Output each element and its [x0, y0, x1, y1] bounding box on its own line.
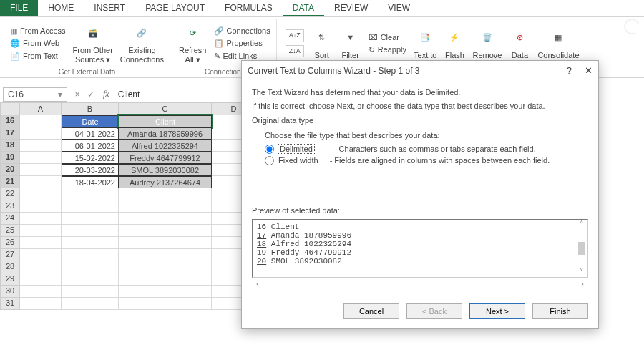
sort-az-button[interactable]: A↓Z: [286, 29, 304, 42]
cell[interactable]: [20, 237, 62, 249]
next-button[interactable]: Next >: [469, 303, 525, 319]
from-web-button[interactable]: 🌐From Web: [10, 37, 66, 49]
cell[interactable]: [62, 213, 119, 225]
cancel-button[interactable]: Cancel: [343, 303, 399, 319]
filter-button[interactable]: ▼Filter: [340, 27, 361, 60]
scroll-right-icon[interactable]: ›: [581, 279, 584, 288]
cell[interactable]: 06-01-2022: [62, 140, 119, 152]
cell[interactable]: [119, 200, 212, 213]
fixed-width-radio[interactable]: [265, 156, 274, 165]
cell[interactable]: [20, 298, 62, 310]
cell[interactable]: [62, 298, 119, 310]
finish-button[interactable]: Finish: [532, 303, 588, 319]
cell[interactable]: Amanda 1878959996: [119, 127, 212, 140]
cell[interactable]: [62, 237, 119, 249]
fx-icon[interactable]: fx: [103, 89, 109, 99]
cell[interactable]: [62, 188, 119, 200]
remove-button[interactable]: 🗑️Remove: [472, 27, 502, 60]
close-icon[interactable]: ✕: [585, 65, 592, 76]
row-header[interactable]: 18: [0, 140, 20, 152]
cell[interactable]: [20, 127, 62, 140]
row-header[interactable]: 22: [0, 188, 20, 200]
cell[interactable]: [119, 261, 212, 273]
scroll-down-icon[interactable]: ˅: [580, 268, 584, 277]
reapply-button[interactable]: ↻Reapply: [369, 44, 406, 55]
row-header[interactable]: 31: [0, 298, 20, 310]
help-icon[interactable]: ?: [567, 65, 572, 76]
cell[interactable]: Date: [62, 115, 119, 127]
cell[interactable]: [119, 249, 212, 261]
cell[interactable]: [119, 213, 212, 225]
sort-za-button[interactable]: Z↓A: [286, 45, 304, 58]
clear-button[interactable]: ⌧Clear: [369, 31, 406, 43]
accept-edit-icon[interactable]: ✓: [87, 89, 94, 99]
cell[interactable]: [20, 115, 62, 127]
cell[interactable]: [62, 225, 119, 237]
from-access-button[interactable]: ▥From Access: [10, 25, 66, 37]
row-header[interactable]: 24: [0, 213, 20, 225]
tab-formulas[interactable]: FORMULAS: [215, 0, 283, 16]
cell[interactable]: SMOL 3892030082: [119, 164, 212, 176]
cell[interactable]: Freddy 4647799912: [119, 152, 212, 164]
cell[interactable]: 18-04-2022: [62, 176, 119, 188]
row-header[interactable]: 21: [0, 176, 20, 188]
cell[interactable]: [119, 298, 212, 310]
cell[interactable]: [62, 200, 119, 213]
row-header[interactable]: 25: [0, 225, 20, 237]
row-header[interactable]: 27: [0, 249, 20, 261]
tab-review[interactable]: REVIEW: [324, 0, 378, 16]
cancel-edit-icon[interactable]: ×: [74, 89, 79, 99]
back-button[interactable]: < Back: [406, 303, 462, 319]
properties-button[interactable]: 📋Properties: [214, 37, 270, 49]
tab-page-layout[interactable]: PAGE LAYOUT: [135, 0, 215, 16]
cell[interactable]: [20, 176, 62, 188]
data-val-button[interactable]: ⊘Data: [509, 27, 530, 60]
cell[interactable]: [62, 273, 119, 286]
cell[interactable]: Client: [119, 115, 212, 127]
col-header-C[interactable]: C: [119, 102, 212, 115]
cell[interactable]: [119, 225, 212, 237]
row-header[interactable]: 30: [0, 286, 20, 298]
row-header[interactable]: 23: [0, 200, 20, 213]
sort-button[interactable]: ⇅Sort: [311, 27, 333, 60]
row-header[interactable]: 26: [0, 237, 20, 249]
from-text-button[interactable]: 📄From Text: [10, 50, 66, 62]
cell[interactable]: [20, 213, 62, 225]
from-other-sources-button[interactable]: 🗃️From Other Sources ▾: [73, 22, 113, 64]
existing-connections-button[interactable]: 🔗Existing Connections: [120, 22, 164, 64]
cell[interactable]: [20, 188, 62, 200]
tab-home[interactable]: HOME: [38, 0, 84, 16]
row-header[interactable]: 28: [0, 261, 20, 273]
col-header-A[interactable]: A: [20, 102, 62, 115]
scroll-up-icon[interactable]: ˄: [580, 220, 584, 229]
col-header-B[interactable]: B: [62, 102, 119, 115]
tab-data[interactable]: DATA: [283, 0, 324, 16]
cell[interactable]: [119, 273, 212, 286]
cell[interactable]: 20-03-2022: [62, 164, 119, 176]
consolidate-button[interactable]: ▦Consolidate: [537, 27, 579, 60]
cell[interactable]: [119, 237, 212, 249]
text-to-columns-button[interactable]: 📑Text to: [414, 27, 436, 60]
tab-insert[interactable]: INSERT: [84, 0, 135, 16]
chevron-down-icon[interactable]: ▾: [58, 89, 62, 99]
cell[interactable]: [20, 261, 62, 273]
tab-file[interactable]: FILE: [0, 0, 38, 16]
scroll-left-icon[interactable]: ‹: [256, 279, 259, 288]
cell[interactable]: [20, 164, 62, 176]
cell[interactable]: 15-02-2022: [62, 152, 119, 164]
cell[interactable]: [20, 152, 62, 164]
name-box[interactable]: C16▾: [3, 87, 67, 102]
cell[interactable]: [119, 286, 212, 298]
cell[interactable]: [20, 200, 62, 213]
row-header[interactable]: 19: [0, 152, 20, 164]
cell[interactable]: [20, 249, 62, 261]
cell[interactable]: [20, 273, 62, 286]
refresh-all-button[interactable]: ⟳Refresh All ▾: [179, 22, 207, 64]
connections-button[interactable]: 🔗Connections: [214, 25, 270, 37]
tab-view[interactable]: VIEW: [378, 0, 420, 16]
row-header[interactable]: 16: [0, 115, 20, 127]
cell[interactable]: [119, 188, 212, 200]
cell[interactable]: [62, 286, 119, 298]
cell[interactable]: 04-01-2022: [62, 127, 119, 140]
flash-fill-button[interactable]: ⚡Flash: [444, 27, 465, 60]
